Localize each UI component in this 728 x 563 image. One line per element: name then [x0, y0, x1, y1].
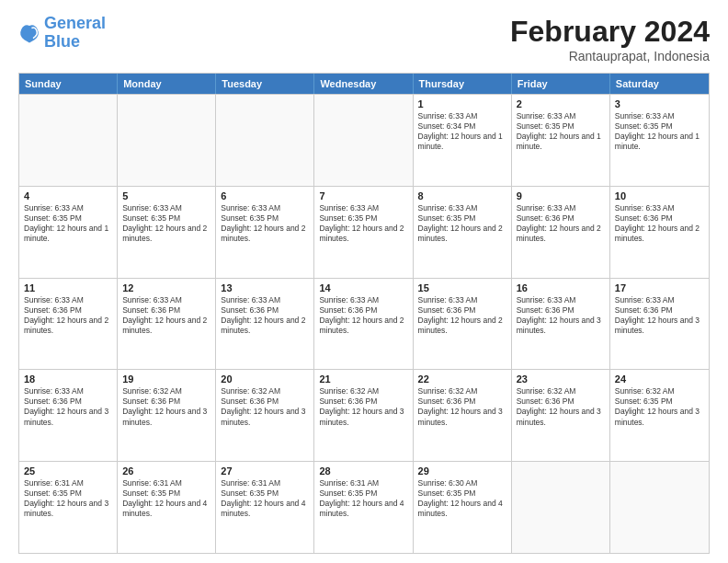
cal-cell: 7Sunrise: 6:33 AM Sunset: 6:35 PM Daylig… [314, 187, 413, 278]
day-number: 23 [517, 373, 605, 385]
day-number: 6 [221, 190, 309, 201]
day-number: 18 [24, 373, 112, 385]
cal-cell: 4Sunrise: 6:33 AM Sunset: 6:35 PM Daylig… [19, 187, 118, 278]
cal-row-4: 25Sunrise: 6:31 AM Sunset: 6:35 PM Dayli… [19, 461, 709, 553]
weekday-header-monday: Monday [118, 74, 216, 94]
cal-cell: 8Sunrise: 6:33 AM Sunset: 6:35 PM Daylig… [414, 187, 512, 278]
cal-cell [216, 95, 314, 186]
cell-text: Sunrise: 6:33 AM Sunset: 6:35 PM Dayligh… [24, 203, 112, 244]
day-number: 12 [122, 282, 210, 293]
cell-text: Sunrise: 6:33 AM Sunset: 6:36 PM Dayligh… [418, 295, 506, 336]
cal-cell: 19Sunrise: 6:32 AM Sunset: 6:36 PM Dayli… [118, 370, 216, 461]
cell-text: Sunrise: 6:33 AM Sunset: 6:36 PM Dayligh… [615, 295, 704, 336]
cal-cell: 5Sunrise: 6:33 AM Sunset: 6:35 PM Daylig… [118, 187, 216, 278]
cell-text: Sunrise: 6:30 AM Sunset: 6:35 PM Dayligh… [418, 478, 506, 519]
cal-cell: 15Sunrise: 6:33 AM Sunset: 6:36 PM Dayli… [414, 279, 512, 370]
cal-cell [512, 462, 610, 553]
cell-text: Sunrise: 6:32 AM Sunset: 6:36 PM Dayligh… [319, 386, 407, 427]
day-number: 11 [24, 282, 112, 293]
day-number: 26 [122, 465, 210, 477]
cal-cell: 6Sunrise: 6:33 AM Sunset: 6:35 PM Daylig… [216, 187, 314, 278]
weekday-header-thursday: Thursday [414, 74, 512, 94]
cell-text: Sunrise: 6:31 AM Sunset: 6:35 PM Dayligh… [319, 478, 407, 519]
cal-cell: 1Sunrise: 6:33 AM Sunset: 6:34 PM Daylig… [414, 95, 512, 186]
cell-text: Sunrise: 6:33 AM Sunset: 6:35 PM Dayligh… [122, 203, 210, 244]
cal-cell: 10Sunrise: 6:33 AM Sunset: 6:36 PM Dayli… [610, 187, 709, 278]
day-number: 4 [24, 190, 112, 201]
day-number: 25 [24, 465, 112, 477]
cal-cell: 22Sunrise: 6:32 AM Sunset: 6:36 PM Dayli… [414, 370, 512, 461]
cal-cell: 2Sunrise: 6:33 AM Sunset: 6:35 PM Daylig… [512, 95, 610, 186]
day-number: 1 [418, 98, 506, 109]
cell-text: Sunrise: 6:31 AM Sunset: 6:35 PM Dayligh… [24, 478, 112, 519]
weekday-header-wednesday: Wednesday [314, 74, 413, 94]
cal-cell: 20Sunrise: 6:32 AM Sunset: 6:36 PM Dayli… [216, 370, 314, 461]
day-number: 27 [221, 465, 309, 477]
cell-text: Sunrise: 6:33 AM Sunset: 6:36 PM Dayligh… [517, 203, 605, 244]
cell-text: Sunrise: 6:32 AM Sunset: 6:36 PM Dayligh… [418, 386, 506, 427]
header: General Blue February 2024 Rantauprapat,… [18, 15, 710, 63]
weekday-header-saturday: Saturday [610, 74, 709, 94]
day-number: 3 [615, 98, 704, 109]
cell-text: Sunrise: 6:33 AM Sunset: 6:34 PM Dayligh… [418, 111, 506, 152]
cal-cell: 23Sunrise: 6:32 AM Sunset: 6:36 PM Dayli… [512, 370, 610, 461]
cal-cell: 14Sunrise: 6:33 AM Sunset: 6:36 PM Dayli… [314, 279, 413, 370]
day-number: 8 [418, 190, 506, 201]
day-number: 21 [319, 373, 407, 385]
day-number: 28 [319, 465, 407, 477]
cal-row-2: 11Sunrise: 6:33 AM Sunset: 6:36 PM Dayli… [19, 278, 709, 370]
calendar-body: 1Sunrise: 6:33 AM Sunset: 6:34 PM Daylig… [19, 94, 709, 553]
main-title: February 2024 [510, 15, 710, 49]
cal-cell: 24Sunrise: 6:32 AM Sunset: 6:35 PM Dayli… [610, 370, 709, 461]
cal-cell: 9Sunrise: 6:33 AM Sunset: 6:36 PM Daylig… [512, 187, 610, 278]
cal-cell: 27Sunrise: 6:31 AM Sunset: 6:35 PM Dayli… [216, 462, 314, 553]
calendar-header: SundayMondayTuesdayWednesdayThursdayFrid… [19, 74, 709, 94]
cell-text: Sunrise: 6:33 AM Sunset: 6:35 PM Dayligh… [517, 111, 605, 152]
weekday-header-friday: Friday [512, 74, 610, 94]
cell-text: Sunrise: 6:33 AM Sunset: 6:35 PM Dayligh… [418, 203, 506, 244]
calendar: SundayMondayTuesdayWednesdayThursdayFrid… [18, 73, 710, 554]
cal-cell: 13Sunrise: 6:33 AM Sunset: 6:36 PM Dayli… [216, 279, 314, 370]
cell-text: Sunrise: 6:32 AM Sunset: 6:36 PM Dayligh… [517, 386, 605, 427]
day-number: 24 [615, 373, 704, 385]
cal-cell [610, 462, 709, 553]
cell-text: Sunrise: 6:33 AM Sunset: 6:35 PM Dayligh… [319, 203, 407, 244]
cal-cell: 29Sunrise: 6:30 AM Sunset: 6:35 PM Dayli… [414, 462, 512, 553]
day-number: 2 [517, 98, 605, 109]
cal-cell: 11Sunrise: 6:33 AM Sunset: 6:36 PM Dayli… [19, 279, 118, 370]
logo: General Blue [18, 15, 106, 52]
cell-text: Sunrise: 6:31 AM Sunset: 6:35 PM Dayligh… [122, 478, 210, 519]
weekday-header-tuesday: Tuesday [216, 74, 314, 94]
logo-icon [18, 22, 40, 44]
day-number: 29 [418, 465, 506, 477]
cal-cell [314, 95, 413, 186]
cal-row-0: 1Sunrise: 6:33 AM Sunset: 6:34 PM Daylig… [19, 94, 709, 186]
day-number: 7 [319, 190, 407, 201]
cell-text: Sunrise: 6:33 AM Sunset: 6:36 PM Dayligh… [122, 295, 210, 336]
cal-cell [118, 95, 216, 186]
cell-text: Sunrise: 6:33 AM Sunset: 6:36 PM Dayligh… [319, 295, 407, 336]
cal-cell: 17Sunrise: 6:33 AM Sunset: 6:36 PM Dayli… [610, 279, 709, 370]
weekday-header-sunday: Sunday [19, 74, 118, 94]
cal-cell: 16Sunrise: 6:33 AM Sunset: 6:36 PM Dayli… [512, 279, 610, 370]
day-number: 20 [221, 373, 309, 385]
cell-text: Sunrise: 6:33 AM Sunset: 6:35 PM Dayligh… [221, 203, 309, 244]
day-number: 14 [319, 282, 407, 293]
cal-cell [19, 95, 118, 186]
cal-cell: 12Sunrise: 6:33 AM Sunset: 6:36 PM Dayli… [118, 279, 216, 370]
cell-text: Sunrise: 6:31 AM Sunset: 6:35 PM Dayligh… [221, 478, 309, 519]
cal-cell: 3Sunrise: 6:33 AM Sunset: 6:35 PM Daylig… [610, 95, 709, 186]
day-number: 9 [517, 190, 605, 201]
day-number: 19 [122, 373, 210, 385]
cal-cell: 21Sunrise: 6:32 AM Sunset: 6:36 PM Dayli… [314, 370, 413, 461]
day-number: 16 [517, 282, 605, 293]
page: General Blue February 2024 Rantauprapat,… [0, 0, 728, 563]
day-number: 15 [418, 282, 506, 293]
title-block: February 2024 Rantauprapat, Indonesia [510, 15, 710, 63]
cell-text: Sunrise: 6:33 AM Sunset: 6:36 PM Dayligh… [24, 295, 112, 336]
cal-cell: 18Sunrise: 6:33 AM Sunset: 6:36 PM Dayli… [19, 370, 118, 461]
cal-cell: 28Sunrise: 6:31 AM Sunset: 6:35 PM Dayli… [314, 462, 413, 553]
cal-cell: 25Sunrise: 6:31 AM Sunset: 6:35 PM Dayli… [19, 462, 118, 553]
cell-text: Sunrise: 6:32 AM Sunset: 6:35 PM Dayligh… [615, 386, 704, 427]
day-number: 5 [122, 190, 210, 201]
